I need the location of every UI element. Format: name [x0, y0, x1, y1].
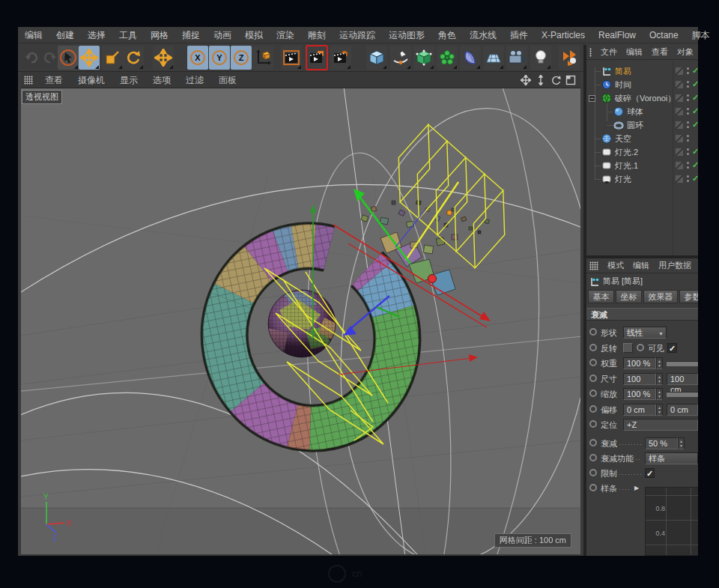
- keyframe-circle[interactable]: [589, 328, 597, 336]
- interface-expand-button[interactable]: [559, 46, 580, 70]
- om-menu-view[interactable]: 查看: [647, 46, 673, 58]
- enable-check-icon[interactable]: ✓: [692, 160, 698, 170]
- menu-tools[interactable]: 工具: [112, 27, 144, 43]
- viewport-menu-panel[interactable]: 面板: [211, 72, 244, 88]
- visibility-dots[interactable]: [687, 121, 690, 129]
- visibility-dots[interactable]: [687, 148, 690, 156]
- weight-stepper[interactable]: ▲▼: [656, 357, 663, 369]
- object-row-voronoi-fracture[interactable]: − 破碎（Voronoi） ✓: [586, 91, 698, 105]
- panel-handle-icon[interactable]: [24, 76, 33, 85]
- effector-handle-dot[interactable]: [447, 210, 452, 216]
- last-tool-button[interactable]: [153, 46, 174, 70]
- zoom-view-icon[interactable]: [536, 75, 546, 85]
- camera-button[interactable]: [506, 46, 527, 70]
- viewport-menu-options[interactable]: 选项: [145, 72, 178, 88]
- spline-graph[interactable]: 0.8 0.4: [645, 487, 698, 556]
- object-row-torus[interactable]: 圆环 ✓: [586, 118, 698, 132]
- tab-basic[interactable]: 基本: [588, 290, 614, 303]
- render-settings-button[interactable]: [330, 46, 351, 70]
- tab-coordinates[interactable]: 坐标: [616, 290, 642, 303]
- layer-toggle[interactable]: [676, 81, 683, 88]
- menu-motion-tracker[interactable]: 运动跟踪: [333, 27, 382, 43]
- visibility-dots[interactable]: [687, 175, 690, 183]
- viewport-menu-display[interactable]: 显示: [112, 72, 145, 88]
- menu-create[interactable]: 创建: [49, 27, 81, 43]
- menu-simulate[interactable]: 模拟: [238, 27, 270, 43]
- coordinate-system-button[interactable]: [252, 46, 273, 70]
- expand-arrow-icon[interactable]: ▶: [634, 485, 639, 491]
- visibility-dots[interactable]: [687, 94, 690, 102]
- keyframe-circle[interactable]: [637, 344, 644, 351]
- om-menu-file[interactable]: 文件: [596, 46, 622, 58]
- orientation-field[interactable]: +Z: [623, 419, 698, 431]
- menu-realflow[interactable]: RealFlow: [592, 27, 643, 43]
- layer-toggle[interactable]: [676, 135, 683, 142]
- visible-checkbox[interactable]: ✓: [667, 343, 677, 353]
- undo-button[interactable]: [21, 46, 42, 70]
- x-axis-lock-button[interactable]: X: [187, 46, 208, 70]
- menu-xparticles[interactable]: X-Particles: [535, 27, 592, 43]
- add-cube-button[interactable]: [366, 46, 387, 70]
- panel-handle-icon[interactable]: [589, 48, 592, 57]
- falloff-section-header[interactable]: 衰减: [586, 308, 698, 321]
- am-menu-edit[interactable]: 编辑: [628, 260, 654, 271]
- size-x-field[interactable]: 100 cm: [623, 373, 656, 385]
- object-row-sphere[interactable]: 球体 ✓: [586, 105, 698, 118]
- falloff-field[interactable]: 50 %: [645, 437, 678, 449]
- deformer-button[interactable]: [460, 46, 481, 70]
- viewport-menu-view[interactable]: 查看: [37, 72, 70, 88]
- object-row-sky[interactable]: 天空: [586, 132, 698, 145]
- object-row-time[interactable]: 时间 ✓: [586, 78, 698, 91]
- viewport-canvas[interactable]: 透视视图 网格间距 : 100 cm: [21, 88, 580, 554]
- am-menu-userdata[interactable]: 用户数据: [654, 260, 696, 271]
- enable-check-icon[interactable]: ✓: [692, 66, 698, 76]
- mograph-button[interactable]: [437, 46, 458, 70]
- tab-parameters[interactable]: 参数: [679, 290, 698, 303]
- visibility-dots[interactable]: [687, 162, 690, 169]
- y-axis-lock-button[interactable]: Y: [209, 46, 230, 70]
- offset-y-field[interactable]: 0 cm: [667, 404, 698, 416]
- spline-pen-button[interactable]: [390, 46, 411, 70]
- menu-render[interactable]: 渲染: [270, 27, 301, 43]
- size-stepper[interactable]: ▲▼: [656, 373, 663, 385]
- layer-toggle[interactable]: [676, 67, 683, 75]
- scale-tool-button[interactable]: [102, 46, 123, 70]
- offset-stepper[interactable]: ▲▼: [656, 404, 663, 416]
- object-row-light1[interactable]: 灯光.1 ✓: [586, 159, 698, 172]
- viewport-menu-camera[interactable]: 摄像机: [70, 72, 112, 88]
- live-selection-button[interactable]: [58, 46, 79, 70]
- om-menu-edit[interactable]: 编辑: [622, 46, 647, 58]
- render-to-picture-viewer-button[interactable]: [306, 46, 327, 70]
- collapse-toggle[interactable]: −: [589, 95, 595, 102]
- visibility-dots[interactable]: [687, 81, 690, 88]
- menu-character[interactable]: 角色: [431, 27, 463, 43]
- falloff-stepper[interactable]: ▲▼: [678, 437, 685, 449]
- enable-check-icon[interactable]: ✓: [692, 79, 698, 89]
- keyframe-circle[interactable]: [589, 439, 597, 446]
- tab-effector[interactable]: 效果器: [643, 290, 678, 303]
- menu-mesh[interactable]: 网格: [144, 27, 175, 43]
- object-row-light[interactable]: 灯光 ✓: [586, 172, 698, 186]
- toggle-panel-icon[interactable]: [565, 75, 576, 85]
- enable-check-icon[interactable]: ✓: [692, 93, 698, 103]
- invert-checkbox[interactable]: [623, 343, 633, 353]
- keyframe-circle[interactable]: [589, 344, 597, 351]
- falloff-function-dropdown[interactable]: 样条: [645, 452, 698, 464]
- generator-cube-button[interactable]: [413, 46, 434, 70]
- layer-toggle[interactable]: [676, 94, 683, 102]
- keyframe-circle[interactable]: [589, 405, 597, 413]
- clamp-checkbox[interactable]: ✓: [645, 468, 655, 478]
- keyframe-circle[interactable]: [589, 484, 597, 491]
- scale-slider[interactable]: [667, 392, 698, 397]
- weight-field[interactable]: 100 %: [623, 357, 656, 369]
- menu-plugins[interactable]: 插件: [503, 27, 535, 43]
- layer-toggle[interactable]: [676, 148, 683, 156]
- enable-check-icon[interactable]: ✓: [692, 147, 698, 157]
- visibility-dots[interactable]: [687, 67, 690, 75]
- view-label[interactable]: 透视视图: [22, 90, 62, 104]
- object-row-light2[interactable]: 灯光.2 ✓: [586, 145, 698, 159]
- visibility-dots[interactable]: [687, 108, 690, 115]
- menu-script[interactable]: 脚本: [685, 27, 717, 43]
- scale-field[interactable]: 100 %: [623, 388, 656, 400]
- keyframe-circle[interactable]: [589, 390, 597, 397]
